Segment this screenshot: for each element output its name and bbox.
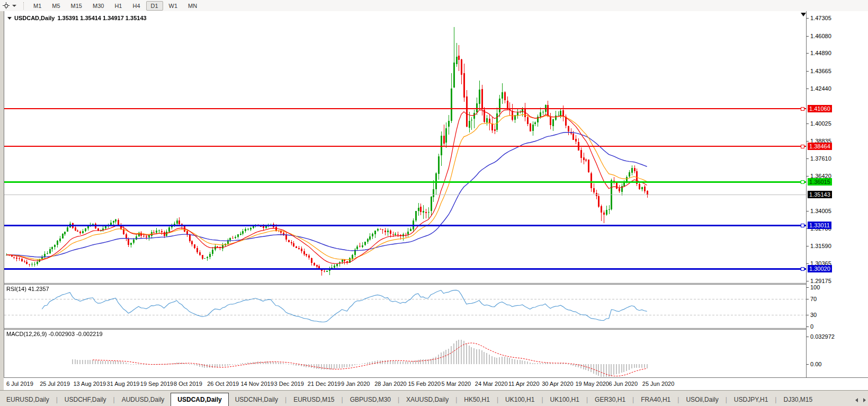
chevron-down-icon[interactable] <box>12 5 16 7</box>
timeframe-d1-button[interactable]: D1 <box>146 1 163 11</box>
price-tag-1-38464: 1.38464 <box>808 143 832 150</box>
date-label: 3 Dec 2019 <box>274 381 304 387</box>
axis-tick-label: 1.44890 <box>810 50 831 56</box>
axis-tick-mark <box>807 71 809 72</box>
date-label: 24 Mar 2020 <box>475 381 508 387</box>
price-tag-1-41060: 1.41060 <box>808 105 832 112</box>
date-label: 8 Oct 2019 <box>174 381 202 387</box>
hline-handle[interactable] <box>801 267 804 271</box>
date-label: 26 Oct 2019 <box>207 381 239 387</box>
date-label: 13 Aug 2019 <box>73 381 106 387</box>
axis-tick-label: 1.37610 <box>810 155 831 162</box>
rsi-indicator-panel: RSI(14) 41.2357 <box>4 285 807 328</box>
timeframe-m30-button[interactable]: M30 <box>88 1 109 11</box>
tab-scroll-left-button[interactable] <box>855 398 858 402</box>
tab-dj30-m15[interactable]: DJ30,M15 <box>777 393 819 406</box>
axis-tick-mark <box>807 176 809 176</box>
hline-1-41060[interactable] <box>4 108 806 109</box>
axis-tick-mark <box>807 141 809 142</box>
tab-usdjpy-h1[interactable]: USDJPY,H1 <box>728 393 774 406</box>
chart-menu-arrow-icon[interactable] <box>7 17 12 20</box>
axis-tick-mark <box>807 211 809 211</box>
axis-tick-label: 1.46080 <box>810 33 831 39</box>
tab-hk50-h1[interactable]: HK50,H1 <box>458 393 496 406</box>
axis-tick-mark <box>807 315 809 315</box>
axis-tick-mark <box>807 364 809 365</box>
price-chart-canvas[interactable] <box>4 11 806 283</box>
axis-tick-label: 1.40025 <box>810 120 831 127</box>
tab-ger30-h1[interactable]: GER30,H1 <box>588 393 632 406</box>
timeframe-w1-button[interactable]: W1 <box>164 1 183 11</box>
axis-tick-label: 100 <box>810 284 820 290</box>
axis-tick-label: 1.29175 <box>810 278 831 284</box>
axis-tick-label: 30 <box>810 312 817 318</box>
price-tag-1-36015: 1.36015 <box>808 178 832 186</box>
date-label: 21 Dec 2019 <box>308 381 341 387</box>
tab-audusd-daily[interactable]: AUDUSD,Daily <box>115 393 171 406</box>
date-label: 31 Aug 2019 <box>107 381 140 387</box>
rsi-canvas[interactable] <box>4 285 806 328</box>
panel-separator[interactable] <box>4 283 868 284</box>
tab-uk100-h1[interactable]: UK100,H1 <box>499 393 541 406</box>
axis-tick-mark <box>807 53 809 54</box>
axis-tick-label: 1.43665 <box>810 68 831 74</box>
axis-tick-mark <box>807 263 809 264</box>
axis-tick-mark <box>807 123 809 124</box>
hline-handle[interactable] <box>801 180 804 184</box>
hline-1-33011[interactable] <box>4 225 806 226</box>
tab-scroll-right-button[interactable] <box>863 398 866 402</box>
timeframe-h1-button[interactable]: H1 <box>110 1 127 11</box>
timeframe-mn-button[interactable]: MN <box>183 1 202 11</box>
tab-usoil-daily[interactable]: USOil,Daily <box>679 393 724 406</box>
panel-separator[interactable] <box>4 328 868 329</box>
date-axis[interactable]: 6 Jul 201925 Jul 201913 Aug 201931 Aug 2… <box>4 377 868 391</box>
axis-tick-mark <box>807 287 809 288</box>
crosshair-icon[interactable] <box>2 2 11 10</box>
axis-tick-label: 1.47305 <box>810 15 831 21</box>
tab-usdcad-daily[interactable]: USDCAD,Daily <box>171 393 228 406</box>
macd-label: MACD(12,26,9) -0.002903 -0.002219 <box>6 331 103 337</box>
axis-tick-mark <box>807 299 809 299</box>
date-label: 9 Jan 2020 <box>341 381 370 387</box>
axis-tick-mark <box>807 281 809 281</box>
tab-usdcnh-daily[interactable]: USDCNH,Daily <box>229 393 284 406</box>
chart-title: USDCAD,Daily 1.35391 1.35414 1.34917 1.3… <box>7 15 147 21</box>
hline-1-36015[interactable] <box>4 181 806 183</box>
hline-handle[interactable] <box>801 224 804 227</box>
tab-xauusd-daily[interactable]: XAUUSD,Daily <box>400 393 455 406</box>
timeframe-h4-button[interactable]: H4 <box>128 1 145 11</box>
timeframe-m15-button[interactable]: M15 <box>66 1 87 11</box>
timeframe-m1-button[interactable]: M1 <box>29 1 46 11</box>
date-label: 6 Jul 2019 <box>6 381 33 387</box>
macd-canvas[interactable] <box>4 330 806 377</box>
tab-usdchf-daily[interactable]: USDCHF,Daily <box>58 393 113 406</box>
hline-1-38464[interactable] <box>4 146 806 147</box>
current-price-tag: 1.35143 <box>808 191 832 198</box>
date-label: 14 Nov 2019 <box>240 381 273 387</box>
timeframe-toolbar: M1M5M15M30H1H4D1W1MN <box>0 0 868 12</box>
date-label: 15 Feb 2020 <box>408 381 441 387</box>
hline-handle[interactable] <box>801 107 804 111</box>
tab-gbpusd-m30[interactable]: GBPUSD,M30 <box>344 393 397 406</box>
tab-uk100-h1[interactable]: UK100,H1 <box>544 393 586 406</box>
tab-fra40-h1[interactable]: FRA40,H1 <box>634 393 677 406</box>
tab-scroll-controls <box>855 398 866 402</box>
axis-tick-label: 1.34005 <box>810 208 831 214</box>
axis-tick-label: 1.42440 <box>810 85 831 92</box>
date-label: 25 Jul 2019 <box>40 381 70 387</box>
chart-shift-marker-icon[interactable] <box>801 13 806 16</box>
chart-ohlc-values: 1.35391 1.35414 1.34917 1.35143 <box>57 15 146 21</box>
hline-1-30020[interactable] <box>4 268 806 270</box>
axis-tick-mark <box>807 89 809 89</box>
axis-tick-mark <box>807 36 809 37</box>
price-chart-panel: USDCAD,Daily 1.35391 1.35414 1.34917 1.3… <box>4 11 807 283</box>
date-label: 11 Apr 2020 <box>508 381 540 387</box>
tab-eurusd-m15[interactable]: EURUSD,M15 <box>287 393 341 406</box>
price-axis[interactable]: 1.473051.460801.448901.436651.424401.400… <box>806 11 868 390</box>
date-label: 6 Jun 2020 <box>609 381 638 387</box>
toolbar-separator <box>23 2 24 10</box>
hline-handle[interactable] <box>801 145 804 148</box>
tab-eurusd-daily[interactable]: EURUSD,Daily <box>0 393 56 406</box>
timeframe-buttons: M1M5M15M30H1H4D1W1MN <box>28 3 202 9</box>
timeframe-m5-button[interactable]: M5 <box>47 1 65 11</box>
